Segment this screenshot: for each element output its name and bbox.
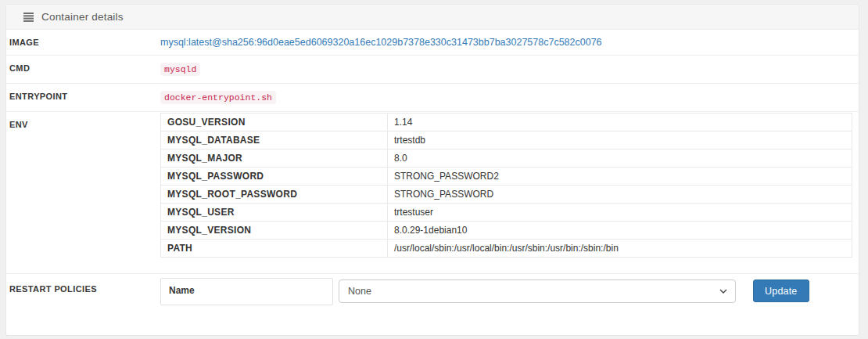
cmd-value: mysqld [160,63,200,76]
entrypoint-row: ENTRYPOINT docker-entrypoint.sh [6,84,859,112]
env-table-row: MYSQL_ROOT_PASSWORD STRONG_PASSWORD [161,186,852,204]
env-var-name: MYSQL_VERSION [161,222,388,240]
env-var-name: PATH [161,240,388,258]
widget-title: Container details [41,11,124,23]
image-link[interactable]: mysql:latest@sha256:96d0eae5ed6069320a16… [160,37,602,48]
env-row: ENV GOSU_VERSION 1.14 MYSQL_DATABASE trt… [6,112,859,274]
entrypoint-label: ENTRYPOINT [6,84,160,111]
env-var-name: GOSU_VERSION [161,114,388,132]
env-table: GOSU_VERSION 1.14 MYSQL_DATABASE trtestd… [160,113,852,258]
restart-policies-label: RESTART POLICIES [6,274,160,305]
restart-policies-controls: Name None Update [160,274,859,305]
cmd-value-cell: mysqld [160,56,859,83]
env-var-value: 8.0 [388,150,852,168]
image-value-cell: mysql:latest@sha256:96d0eae5ed6069320a16… [160,30,859,55]
env-var-value: trtestdb [388,132,852,150]
entrypoint-value-cell: docker-entrypoint.sh [160,84,859,111]
container-details-widget: Container details IMAGE mysql:latest@sha… [6,5,859,335]
entrypoint-value: docker-entrypoint.sh [160,91,276,104]
restart-name-label: Name [160,278,333,305]
image-label: IMAGE [6,30,160,55]
env-var-value: /usr/local/sbin:/usr/local/bin:/usr/sbin… [388,240,852,258]
env-table-cell: GOSU_VERSION 1.14 MYSQL_DATABASE trtestd… [160,112,859,273]
image-row: IMAGE mysql:latest@sha256:96d0eae5ed6069… [6,30,859,56]
env-table-row: MYSQL_MAJOR 8.0 [161,150,852,168]
restart-policy-select[interactable]: None [339,279,736,303]
env-var-name: MYSQL_PASSWORD [161,168,388,186]
env-table-row: MYSQL_DATABASE trtestdb [161,132,852,150]
env-table-row: PATH /usr/local/sbin:/usr/local/bin:/usr… [161,240,852,258]
env-label: ENV [6,112,160,273]
update-button[interactable]: Update [753,279,809,302]
env-var-name: MYSQL_MAJOR [161,150,388,168]
env-var-value: STRONG_PASSWORD2 [388,168,852,186]
chevron-down-icon [719,289,727,294]
env-table-row: GOSU_VERSION 1.14 [161,114,852,132]
restart-policies-row: RESTART POLICIES Name None Update [6,274,859,335]
env-var-name: MYSQL_USER [161,204,388,222]
env-var-value: STRONG_PASSWORD [388,186,852,204]
widget-header: Container details [6,5,859,30]
env-table-row: MYSQL_PASSWORD STRONG_PASSWORD2 [161,168,852,186]
env-table-row: MYSQL_USER trtestuser [161,204,852,222]
env-var-name: MYSQL_ROOT_PASSWORD [161,186,388,204]
cmd-row: CMD mysqld [6,56,859,84]
list-icon [23,13,34,22]
env-var-value: trtestuser [388,204,852,222]
cmd-label: CMD [6,56,160,83]
env-var-value: 8.0.29-1debian10 [388,222,852,240]
env-var-value: 1.14 [388,114,852,132]
env-var-name: MYSQL_DATABASE [161,132,388,150]
env-table-row: MYSQL_VERSION 8.0.29-1debian10 [161,222,852,240]
restart-policy-selected-option: None [348,286,371,297]
